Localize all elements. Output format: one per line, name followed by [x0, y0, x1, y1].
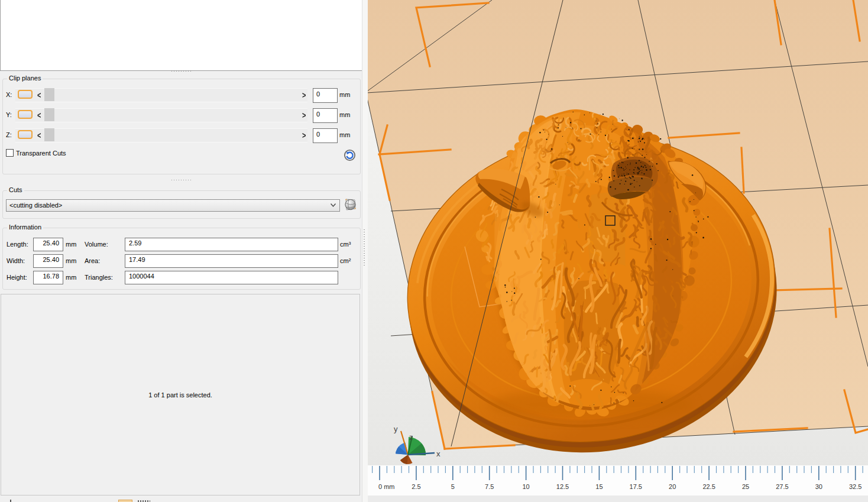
- svg-text:15: 15: [595, 483, 603, 490]
- svg-text:17.5: 17.5: [630, 483, 642, 490]
- svg-text:32.5: 32.5: [849, 483, 861, 490]
- svg-text:30: 30: [815, 483, 822, 490]
- svg-text:12.5: 12.5: [556, 483, 569, 490]
- svg-text:22.5: 22.5: [702, 483, 715, 490]
- svg-text:20: 20: [669, 483, 676, 490]
- svg-text:0 mm: 0 mm: [378, 483, 395, 490]
- svg-text:25: 25: [742, 483, 749, 490]
- svg-text:y: y: [394, 425, 398, 433]
- svg-text:27.5: 27.5: [776, 483, 788, 490]
- svg-text:10: 10: [522, 483, 529, 490]
- svg-text:2.5: 2.5: [412, 483, 420, 490]
- svg-text:7.5: 7.5: [485, 483, 494, 490]
- svg-text:z: z: [409, 433, 413, 442]
- svg-text:x: x: [436, 449, 441, 458]
- svg-text:5: 5: [451, 483, 455, 490]
